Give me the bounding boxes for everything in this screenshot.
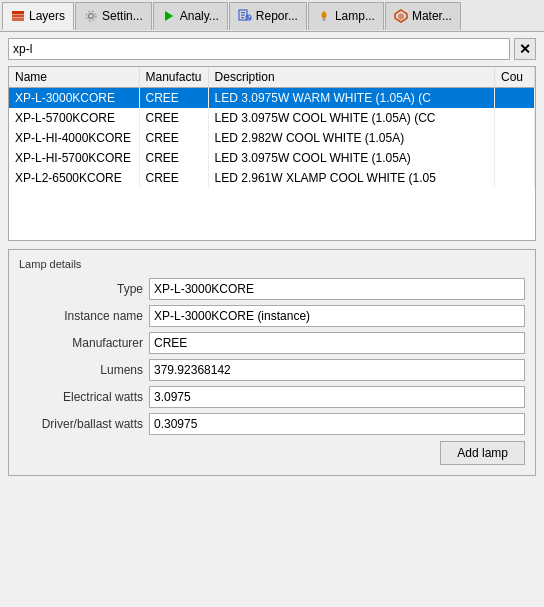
materials-icon [394, 9, 408, 23]
svg-rect-8 [241, 15, 245, 16]
svg-rect-9 [241, 17, 244, 18]
tab-bar: Layers Settin... Analy... [0, 0, 544, 32]
field-row-manufacturer: Manufacturer [19, 332, 525, 354]
reports-icon [238, 9, 252, 23]
cell-manufacturer: CREE [139, 148, 208, 168]
svg-rect-1 [12, 14, 24, 17]
tab-layers-label: Layers [29, 9, 65, 23]
field-label: Instance name [19, 309, 149, 323]
analyze-icon [162, 9, 176, 23]
tab-reports[interactable]: Repor... [229, 2, 307, 30]
layers-icon [11, 9, 25, 23]
cell-description: LED 2.961W XLAMP COOL WHITE (1.05 [208, 168, 494, 188]
fields-container: TypeInstance nameManufacturerLumensElect… [19, 278, 525, 435]
tab-lamp[interactable]: Lamp... [308, 2, 384, 30]
col-header-name: Name [9, 67, 139, 88]
tab-settings[interactable]: Settin... [75, 2, 152, 30]
tab-settings-label: Settin... [102, 9, 143, 23]
cell-manufacturer: CREE [139, 88, 208, 109]
svg-rect-12 [322, 20, 325, 21]
table-row[interactable]: XP-L2-6500KCORECREELED 2.961W XLAMP COOL… [9, 168, 535, 188]
lamp-details-section: Lamp details TypeInstance nameManufactur… [8, 249, 536, 476]
field-input-driver-ballast-watts[interactable] [149, 413, 525, 435]
cell-count [495, 128, 535, 148]
settings-icon [84, 9, 98, 23]
field-row-lumens: Lumens [19, 359, 525, 381]
svg-rect-2 [12, 11, 24, 14]
svg-rect-7 [241, 12, 245, 13]
lamp-details-title: Lamp details [19, 258, 525, 270]
tab-reports-label: Repor... [256, 9, 298, 23]
add-lamp-button[interactable]: Add lamp [440, 441, 525, 465]
lamp-table: Name Manufactu Description Cou XP-L-3000… [9, 67, 535, 188]
lamp-table-body: XP-L-3000KCORECREELED 3.0975W WARM WHITE… [9, 88, 535, 189]
field-input-type[interactable] [149, 278, 525, 300]
field-input-instance-name[interactable] [149, 305, 525, 327]
svg-rect-11 [322, 18, 325, 20]
col-header-manuf: Manufactu [139, 67, 208, 88]
add-lamp-row: Add lamp [19, 441, 525, 465]
lamp-icon [317, 9, 331, 23]
field-row-electrical-watts: Electrical watts [19, 386, 525, 408]
tab-analyze[interactable]: Analy... [153, 2, 228, 30]
cell-name: XP-L-HI-4000KCORE [9, 128, 139, 148]
cell-name: XP-L2-6500KCORE [9, 168, 139, 188]
field-label: Manufacturer [19, 336, 149, 350]
tab-lamp-label: Lamp... [335, 9, 375, 23]
table-header-row: Name Manufactu Description Cou [9, 67, 535, 88]
tab-layers[interactable]: Layers [2, 2, 74, 30]
search-input[interactable] [8, 38, 510, 60]
lamp-table-container: Name Manufactu Description Cou XP-L-3000… [8, 66, 536, 241]
field-input-manufacturer[interactable] [149, 332, 525, 354]
cell-name: XP-L-HI-5700KCORE [9, 148, 139, 168]
table-row[interactable]: XP-L-3000KCORECREELED 3.0975W WARM WHITE… [9, 88, 535, 109]
svg-point-3 [89, 14, 94, 19]
field-label: Driver/ballast watts [19, 417, 149, 431]
field-row-type: Type [19, 278, 525, 300]
cell-count [495, 88, 535, 109]
cell-description: LED 3.0975W COOL WHITE (1.05A) (CC [208, 108, 494, 128]
field-label: Electrical watts [19, 390, 149, 404]
svg-rect-0 [12, 18, 24, 21]
svg-point-4 [86, 11, 96, 21]
table-row[interactable]: XP-L-HI-4000KCORECREELED 2.982W COOL WHI… [9, 128, 535, 148]
svg-marker-5 [165, 11, 173, 21]
cell-name: XP-L-3000KCORE [9, 88, 139, 109]
field-row-driver-ballast-watts: Driver/ballast watts [19, 413, 525, 435]
close-button[interactable]: ✕ [514, 38, 536, 60]
search-bar: ✕ [0, 32, 544, 66]
field-input-lumens[interactable] [149, 359, 525, 381]
field-input-electrical-watts[interactable] [149, 386, 525, 408]
tab-analyze-label: Analy... [180, 9, 219, 23]
cell-manufacturer: CREE [139, 168, 208, 188]
cell-manufacturer: CREE [139, 108, 208, 128]
svg-marker-14 [398, 13, 404, 20]
field-label: Type [19, 282, 149, 296]
cell-count [495, 148, 535, 168]
cell-name: XP-L-5700KCORE [9, 108, 139, 128]
field-row-instance-name: Instance name [19, 305, 525, 327]
col-header-count: Cou [495, 67, 535, 88]
tab-materials[interactable]: Mater... [385, 2, 461, 30]
cell-description: LED 3.0975W WARM WHITE (1.05A) (C [208, 88, 494, 109]
cell-description: LED 3.0975W COOL WHITE (1.05A) [208, 148, 494, 168]
cell-count [495, 108, 535, 128]
tab-materials-label: Mater... [412, 9, 452, 23]
cell-manufacturer: CREE [139, 128, 208, 148]
cell-description: LED 2.982W COOL WHITE (1.05A) [208, 128, 494, 148]
table-row[interactable]: XP-L-HI-5700KCORECREELED 3.0975W COOL WH… [9, 148, 535, 168]
table-row[interactable]: XP-L-5700KCORECREELED 3.0975W COOL WHITE… [9, 108, 535, 128]
field-label: Lumens [19, 363, 149, 377]
cell-count [495, 168, 535, 188]
col-header-desc: Description [208, 67, 494, 88]
